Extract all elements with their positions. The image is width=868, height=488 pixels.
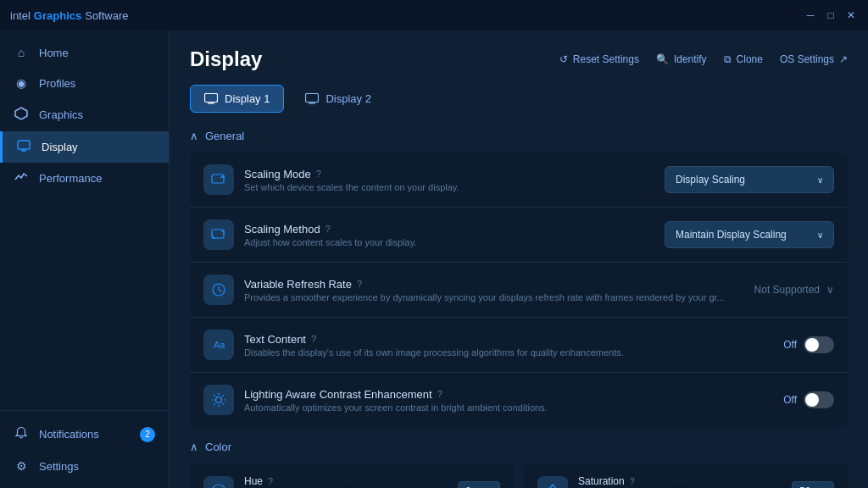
- variable-refresh-help[interactable]: ?: [357, 279, 362, 289]
- general-section-label: General: [205, 130, 244, 142]
- svg-rect-4: [205, 94, 218, 103]
- graphics-icon: [14, 107, 29, 123]
- scaling-mode-help[interactable]: ?: [316, 169, 321, 179]
- scaling-mode-title: Scaling Mode: [244, 168, 311, 180]
- svg-point-24: [212, 485, 225, 489]
- close-button[interactable]: ✕: [844, 8, 858, 22]
- clone-icon: ⧉: [724, 53, 732, 65]
- logo-software: Software: [85, 9, 128, 22]
- saturation-help[interactable]: ?: [630, 476, 635, 486]
- tab-display1[interactable]: Display 1: [190, 85, 284, 113]
- sidebar: ⌂ Home ◉ Profiles Graphics: [0, 30, 170, 488]
- text-content-toggle[interactable]: [804, 336, 834, 353]
- sidebar-item-notifications[interactable]: Notifications 2: [0, 418, 169, 451]
- window-controls: ─ □ ✕: [804, 8, 858, 22]
- general-section-header[interactable]: ∧ General: [190, 130, 848, 142]
- notifications-badge: 2: [140, 427, 155, 442]
- sidebar-item-home[interactable]: ⌂ Home: [0, 37, 169, 68]
- scaling-mode-dropdown[interactable]: Display Scaling ∨: [665, 166, 834, 193]
- logo-intel: intel: [10, 9, 31, 22]
- variable-refresh-title: Variable Refresh Rate: [244, 278, 352, 291]
- maximize-button[interactable]: □: [824, 8, 837, 22]
- sidebar-bottom: Notifications 2 ⚙ Settings: [0, 410, 169, 488]
- saturation-control: Saturation ? 0% 100% 50: [524, 463, 848, 488]
- monitor-icon: [204, 93, 218, 104]
- reset-settings-button[interactable]: ↺ Reset Settings: [559, 53, 639, 65]
- identify-icon: 🔍: [656, 53, 669, 65]
- color-section-label: Color: [205, 441, 231, 453]
- minimize-button[interactable]: ─: [804, 8, 817, 22]
- home-icon: ⌂: [14, 46, 29, 59]
- chevron-icon: ∨: [826, 284, 834, 296]
- content-header: Display ↺ Reset Settings 🔍 Identify ⧉ Cl…: [190, 47, 848, 71]
- svg-rect-1: [18, 141, 30, 149]
- scaling-method-title: Scaling Method: [244, 223, 320, 236]
- dropdown-chevron2: ∨: [817, 230, 823, 240]
- sidebar-item-settings[interactable]: ⚙ Settings: [0, 451, 169, 481]
- sidebar-item-graphics[interactable]: Graphics: [0, 98, 169, 131]
- saturation-slider-wrapper: Saturation ? 0% 100%: [578, 475, 782, 488]
- svg-rect-7: [306, 94, 319, 103]
- lighting-aware-toggle[interactable]: [804, 391, 834, 408]
- lighting-aware-icon: [203, 385, 234, 415]
- lighting-aware-info: Lighting Aware Contrast Enhancement ? Au…: [244, 388, 773, 413]
- scaling-method-desc: Adjust how content scales to your displa…: [244, 237, 654, 247]
- variable-refresh-icon: [203, 274, 234, 305]
- scaling-method-help[interactable]: ?: [326, 224, 331, 234]
- hue-help[interactable]: ?: [268, 476, 273, 486]
- dropdown-chevron: ∨: [817, 175, 823, 185]
- text-content-help[interactable]: ?: [311, 334, 316, 344]
- reset-settings-label: Reset Settings: [573, 53, 639, 65]
- titlebar-left: intel Graphics Software: [10, 9, 129, 22]
- scaling-method-dropdown[interactable]: Maintain Display Scaling ∨: [665, 221, 834, 248]
- lighting-aware-control: Off: [783, 391, 834, 408]
- scaling-mode-desc: Set which device scales the content on y…: [244, 182, 654, 192]
- identify-button[interactable]: 🔍 Identify: [656, 53, 707, 65]
- collapse-color-icon: ∧: [190, 441, 198, 453]
- sidebar-item-display[interactable]: Display: [0, 131, 169, 163]
- sidebar-item-settings-label: Settings: [39, 460, 79, 473]
- monitor2-icon: [305, 93, 319, 104]
- lighting-aware-help[interactable]: ?: [437, 389, 442, 399]
- sidebar-item-profiles-label: Profiles: [39, 77, 75, 90]
- saturation-label: Saturation: [578, 475, 625, 487]
- color-section: ∧ Color Hue ?: [190, 441, 848, 488]
- color-section-header[interactable]: ∧ Color: [190, 441, 848, 453]
- clone-button[interactable]: ⧉ Clone: [724, 53, 763, 65]
- color-controls: Hue ? -180° 180° 0: [190, 463, 848, 488]
- lighting-aware-row: Lighting Aware Contrast Enhancement ? Au…: [190, 373, 848, 427]
- scaling-mode-control: Display Scaling ∨: [665, 166, 834, 193]
- sidebar-item-profiles[interactable]: ◉ Profiles: [0, 68, 169, 98]
- scaling-method-value: Maintain Display Scaling: [676, 229, 787, 241]
- notifications-icon: [14, 426, 29, 442]
- not-supported-label: Not Supported ∨: [754, 284, 834, 296]
- general-settings-card: Scaling Mode ? Set which device scales t…: [190, 152, 848, 427]
- display-icon: [16, 140, 31, 154]
- reset-icon: ↺: [559, 53, 568, 65]
- tab-display2[interactable]: Display 2: [291, 85, 385, 113]
- lighting-aware-desc: Automatically optimizes your screen cont…: [244, 402, 773, 413]
- content-area: Display ↺ Reset Settings 🔍 Identify ⧉ Cl…: [170, 30, 868, 488]
- os-settings-button[interactable]: OS Settings ↗: [780, 53, 848, 65]
- sidebar-item-performance[interactable]: Performance: [0, 163, 169, 194]
- lighting-aware-title: Lighting Aware Contrast Enhancement: [244, 388, 432, 401]
- lighting-aware-toggle-label: Off: [783, 394, 797, 406]
- variable-refresh-desc: Provides a smoother experience by dynami…: [244, 292, 744, 302]
- saturation-value-input[interactable]: 50 ▲▼: [792, 481, 834, 489]
- variable-refresh-row: Variable Refresh Rate ? Provides a smoot…: [190, 263, 848, 318]
- page-title: Display: [190, 47, 262, 71]
- external-link-icon: ↗: [839, 53, 848, 65]
- clone-label: Clone: [737, 53, 763, 65]
- text-content-info: Text Content ? Disables the display's us…: [244, 333, 773, 358]
- sidebar-nav: ⌂ Home ◉ Profiles Graphics: [0, 37, 169, 410]
- hue-value-input[interactable]: 0 ▲▼: [458, 481, 500, 489]
- tab-display2-label: Display 2: [326, 92, 370, 105]
- sidebar-item-performance-label: Performance: [39, 172, 102, 185]
- saturation-icon: [537, 476, 568, 489]
- hue-label: Hue: [244, 475, 263, 487]
- text-content-toggle-label: Off: [783, 339, 797, 351]
- logo-graphics: Graphics: [34, 9, 81, 22]
- settings-icon: ⚙: [14, 459, 29, 473]
- variable-refresh-info: Variable Refresh Rate ? Provides a smoot…: [244, 278, 744, 302]
- scaling-mode-icon: [203, 164, 234, 195]
